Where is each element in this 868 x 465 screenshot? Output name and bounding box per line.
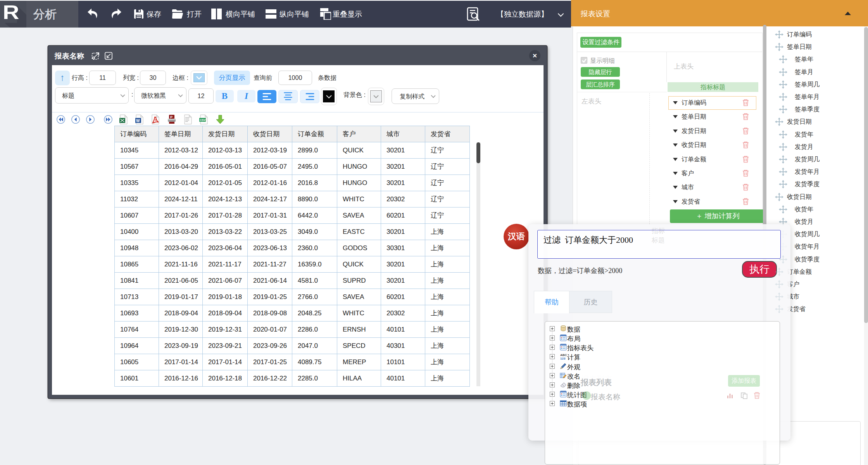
svg-text:CSV: CSV — [200, 118, 205, 122]
svg-text:ABC: ABC — [560, 353, 567, 357]
svg-text:W: W — [136, 119, 140, 123]
svg-text:123: 123 — [560, 357, 566, 360]
svg-text:P: P — [170, 115, 173, 119]
